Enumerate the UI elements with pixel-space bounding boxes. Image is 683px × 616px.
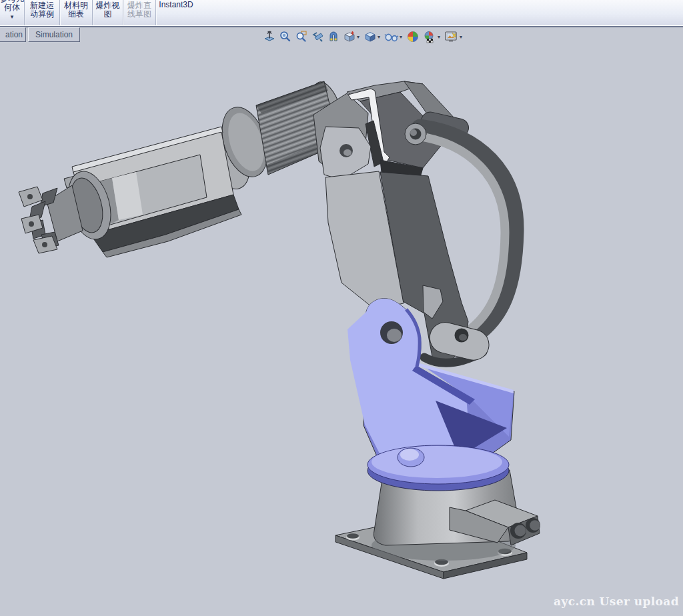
robot-arm-model <box>0 27 683 616</box>
view-orientation-button[interactable]: ▾ <box>342 29 362 44</box>
dropdown-caret-icon: ▾ <box>460 34 462 40</box>
button-label-line: 细表 <box>68 10 84 19</box>
section-view-icon <box>327 30 340 43</box>
button-label-line: 动算例 <box>30 10 54 19</box>
button-label-line: 何体 <box>4 3 20 12</box>
button-label-line: 图 <box>104 10 112 19</box>
commandmanager-tabs: ation Simulation <box>0 27 80 42</box>
elbow-clevis <box>320 127 371 180</box>
zoom-to-area-button[interactable] <box>294 29 309 44</box>
edit-appearance-button[interactable] <box>406 29 420 44</box>
reference-geometry-button[interactable]: 参考几 何体 ▾ <box>0 0 24 25</box>
dropdown-caret-icon: ▾ <box>438 34 440 40</box>
flyout-caret-icon: ▾ <box>11 14 14 20</box>
forearm-link[interactable] <box>19 78 350 257</box>
view-settings-icon <box>444 30 459 43</box>
dropdown-caret-icon: ▾ <box>378 34 380 40</box>
zoom-to-fit-icon <box>263 30 276 43</box>
tab-simulation[interactable]: Simulation <box>28 27 80 42</box>
view-orientation-icon <box>343 30 356 43</box>
tab-animation[interactable]: ation <box>0 27 26 42</box>
bill-of-materials-button[interactable]: 材料明 细表 <box>60 0 92 25</box>
new-motion-study-button[interactable]: 新建运 动算例 <box>25 0 59 25</box>
previous-view-button[interactable] <box>310 29 325 44</box>
explode-line-sketch-button[interactable]: 爆炸直 线草图 <box>123 0 155 25</box>
dropdown-caret-icon: ▾ <box>357 34 360 40</box>
exploded-view-button[interactable]: 爆炸视 图 <box>93 0 123 25</box>
tab-label: Simulation <box>35 30 73 39</box>
button-label-line: 线草图 <box>127 10 151 19</box>
dropdown-caret-icon: ▾ <box>400 34 402 40</box>
zoom-to-fit-button[interactable] <box>262 29 277 44</box>
view-settings-button[interactable]: ▾ <box>444 29 464 44</box>
link-eye <box>405 123 426 145</box>
command-toolbar: 参考几 何体 ▾ 新建运 动算例 材料明 细表 爆炸视 图 爆炸直 线草图 In… <box>0 0 683 26</box>
display-style-button[interactable]: ▾ <box>363 29 382 44</box>
watermark-text: ayc.cn User upload <box>554 595 679 608</box>
collar-dome <box>398 448 424 467</box>
section-view-button[interactable] <box>326 29 341 44</box>
viewport-3d[interactable] <box>0 27 683 616</box>
zoom-in-out-icon <box>279 30 292 43</box>
tab-label: ation <box>5 30 23 39</box>
previous-view-icon <box>311 30 324 43</box>
bracket-hole <box>380 321 403 344</box>
apply-scene-icon <box>422 30 437 43</box>
button-label-line: Instant3D <box>159 1 193 9</box>
hide-show-items-icon <box>384 30 399 43</box>
apply-scene-button[interactable]: ▾ <box>422 29 442 44</box>
heads-up-view-toolbar: ▾ ▾ ▾ <box>261 29 465 44</box>
hide-show-items-button[interactable]: ▾ <box>384 29 404 44</box>
checker-flag <box>427 39 433 43</box>
zoom-in-out-button[interactable] <box>278 29 293 44</box>
zoom-to-area-icon <box>295 30 308 43</box>
edit-appearance-icon <box>406 30 420 43</box>
display-style-icon <box>364 30 377 43</box>
instant3d-button[interactable]: Instant3D <box>156 0 196 25</box>
base-collar[interactable] <box>368 445 509 491</box>
